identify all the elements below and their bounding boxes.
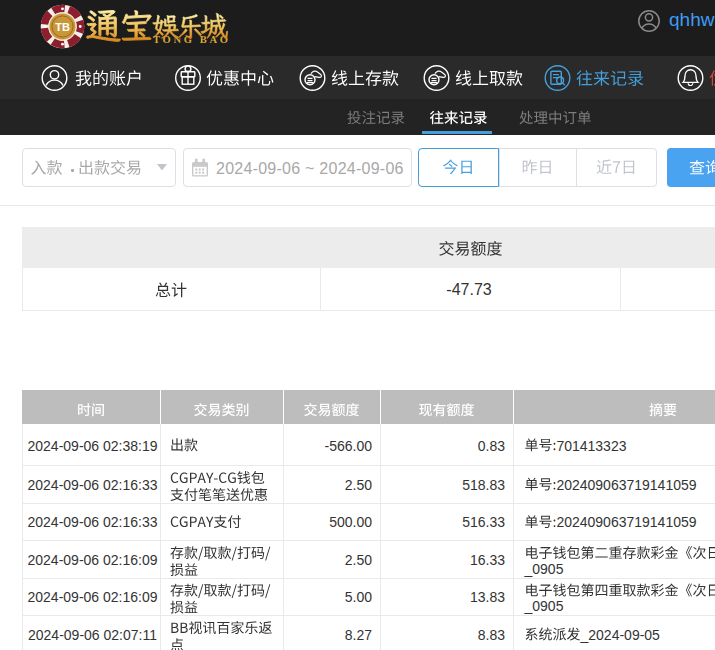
svg-text:TB: TB (55, 21, 70, 33)
